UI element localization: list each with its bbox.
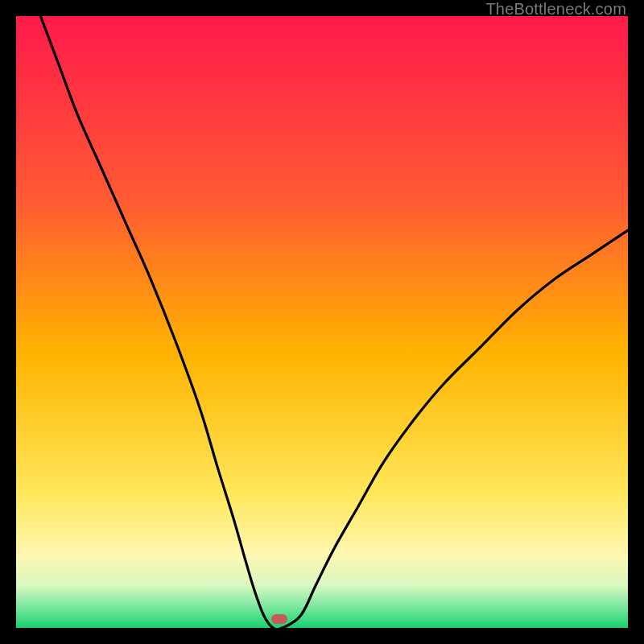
- gradient-background: [16, 16, 628, 628]
- watermark-text: TheBottleneck.com: [485, 0, 626, 19]
- bottleneck-chart: [16, 16, 628, 628]
- optimum-marker: [271, 614, 287, 624]
